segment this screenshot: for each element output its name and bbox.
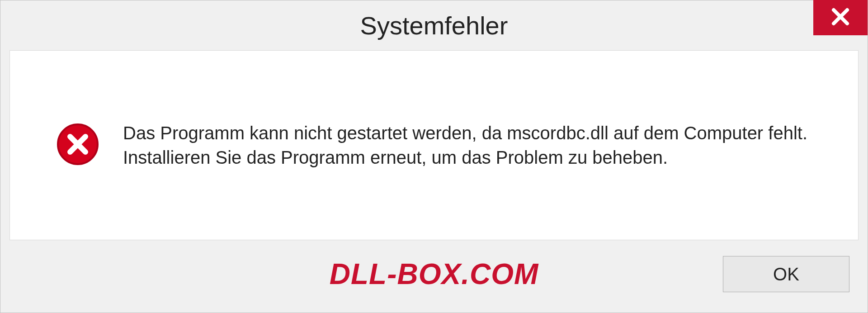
close-icon	[829, 5, 852, 30]
error-icon	[55, 122, 100, 169]
close-button[interactable]	[813, 0, 868, 35]
watermark-text: DLL-BOX.COM	[330, 257, 539, 291]
error-message: Das Programm kann nicht gestartet werden…	[123, 121, 822, 170]
titlebar: Systemfehler	[0, 0, 868, 50]
dialog-title: Systemfehler	[360, 11, 508, 40]
error-dialog: Systemfehler Das Programm kann nicht ges…	[0, 0, 868, 313]
footer: DLL-BOX.COM OK	[0, 249, 868, 313]
content-area: Das Programm kann nicht gestartet werden…	[9, 50, 859, 240]
ok-button[interactable]: OK	[723, 256, 849, 292]
ok-button-label: OK	[773, 264, 799, 285]
